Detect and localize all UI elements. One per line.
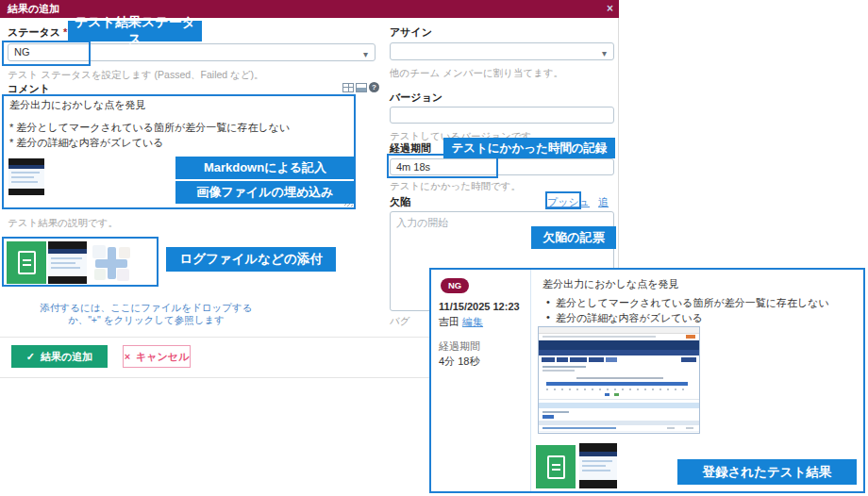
callout-markdown-1: Markdownによる記入 <box>175 157 355 179</box>
duration-label: 経過期間 <box>390 141 431 156</box>
result-author: 吉田 編集 <box>439 315 483 329</box>
comment-toolbar: ? <box>342 82 376 93</box>
x-icon: × <box>125 351 130 362</box>
result-duration-label: 経過期間 <box>439 339 480 354</box>
result-duration-value: 4分 18秒 <box>439 355 479 369</box>
result-attachment-doc[interactable] <box>536 445 576 488</box>
table-icon[interactable] <box>342 83 354 92</box>
callout-markdown-2: 画像ファイルの埋め込み <box>175 181 355 204</box>
chevron-down-icon: ▾ <box>363 46 368 62</box>
dialog-title: 結果の追加 <box>8 3 59 14</box>
document-icon <box>18 251 36 274</box>
callout-result: 登録されたテスト結果 <box>677 459 857 485</box>
version-input[interactable] <box>390 107 614 124</box>
status-label: ステータス * <box>8 25 67 40</box>
edit-link[interactable]: 編集 <box>462 316 483 327</box>
comment-helper: テスト結果の説明です。 <box>8 217 118 230</box>
check-icon: ✓ <box>26 351 35 363</box>
callout-defect: 欠陥の記票 <box>531 226 616 249</box>
result-embedded-screenshot <box>538 326 700 434</box>
image-icon[interactable] <box>356 83 367 92</box>
status-value: NG <box>14 46 30 58</box>
comment-embedded-image <box>8 158 44 195</box>
attachment-screenshot-thumbnail[interactable] <box>48 241 87 284</box>
attachment-doc-thumbnail[interactable] <box>7 241 46 284</box>
callout-attachment: ログファイルなどの添付 <box>166 247 336 272</box>
duration-value: 4m 18s <box>396 161 430 173</box>
result-bullet-1: 差分としてマークされている箇所が差分一覧に存在しない <box>556 296 829 310</box>
comment-line: * 差分の詳細な内容がズレている <box>4 134 354 149</box>
assign-helper: 他のチーム メンバーに割り当てます。 <box>390 67 563 80</box>
result-comment-title: 差分出力におかしな点を発見 <box>542 277 679 291</box>
comment-line: 差分出力におかしな点を発見 <box>4 96 354 111</box>
result-timestamp: 11/15/2025 12:23 <box>439 301 520 312</box>
defects-push-link[interactable]: プッシュ <box>547 196 590 207</box>
comment-blank-line <box>4 111 354 119</box>
screenshot-root: 結果の追加 × ステータス * NG ▾ テスト ステータスを設定します (Pa… <box>0 0 868 496</box>
add-result-button[interactable]: ✓ 結果の追加 <box>11 345 108 368</box>
assign-label: アサイン <box>390 25 432 40</box>
assign-select[interactable]: ▾ <box>390 42 614 60</box>
defects-label: 欠陥 <box>390 195 410 209</box>
callout-duration: テストにかかった時間の記録 <box>443 138 615 158</box>
help-icon[interactable]: ? <box>369 82 379 92</box>
add-attachment-button[interactable] <box>91 243 132 283</box>
callout-status: テスト結果ステータス <box>68 21 202 41</box>
defects-placeholder: 入力の開始 <box>396 217 448 228</box>
document-icon <box>547 455 565 479</box>
panel-divider <box>530 270 531 491</box>
result-bullet-2: 差分の詳細な内容がズレている <box>556 311 703 325</box>
required-mark: * <box>63 26 67 38</box>
close-icon[interactable]: × <box>607 0 613 18</box>
result-attachment-screenshot[interactable] <box>579 443 617 488</box>
defects-helper: バグ <box>390 315 410 328</box>
cancel-button[interactable]: × キャンセル <box>123 345 191 368</box>
comment-line: * 差分としてマークされている箇所が差分一覧に存在しない <box>4 119 354 134</box>
version-label: バージョン <box>390 91 442 105</box>
duration-input[interactable]: 4m 18s <box>390 158 614 175</box>
duration-helper: テストにかかった時間です。 <box>390 180 521 193</box>
chevron-down-icon: ▾ <box>602 45 607 61</box>
result-status-badge: NG <box>441 278 469 293</box>
attachment-drop-hint: 添付するには、ここにファイルをドロップする か、"+" をクリックして参照します <box>19 302 274 326</box>
status-helper: テスト ステータスを設定します (Passed、Failed など)。 <box>8 69 264 82</box>
